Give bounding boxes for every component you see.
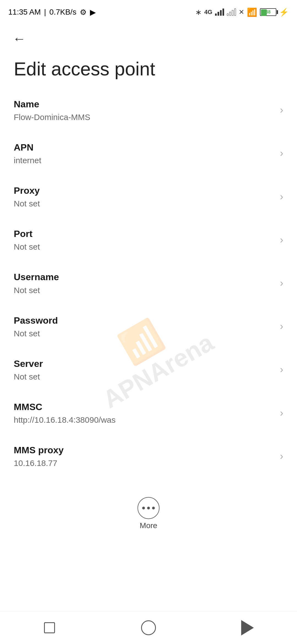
settings-item-server[interactable]: Server Not set › (0, 348, 297, 391)
settings-item-value: Not set (14, 198, 274, 209)
toolbar: ← (0, 22, 297, 50)
settings-item-mmsc[interactable]: MMSC http://10.16.18.4:38090/was › (0, 391, 297, 435)
nav-home-button[interactable] (138, 617, 160, 639)
settings-item-proxy[interactable]: Proxy Not set › (0, 175, 297, 218)
network-4g-label: 4G (204, 9, 212, 16)
settings-item-label: MMSC (14, 401, 274, 413)
back-arrow-icon: ← (13, 31, 26, 46)
video-icon: ▶ (90, 8, 96, 17)
more-circle-icon (138, 497, 160, 519)
status-right: ∗ 4G ✕ 📶 38 ⚡ (195, 7, 289, 17)
nav-bar (0, 611, 297, 644)
status-bar: 11:35 AM | 0.7KB/s ⚙ ▶ ∗ 4G ✕ 📶 38 (0, 0, 297, 22)
signal-x-icon: ✕ (239, 8, 244, 16)
settings-item-content: Password Not set (14, 314, 274, 339)
more-dots (142, 507, 155, 509)
settings-item-username[interactable]: Username Not set › (0, 261, 297, 305)
time-display: 11:35 AM (8, 8, 41, 17)
settings-item-content: Proxy Not set (14, 184, 274, 209)
settings-item-name[interactable]: Name Flow-Dominica-MMS › (0, 89, 297, 132)
settings-item-mms-proxy[interactable]: MMS proxy 10.16.18.77 › (0, 435, 297, 478)
settings-item-value: Not set (14, 371, 274, 382)
more-label: More (140, 521, 157, 530)
chevron-right-icon: › (280, 451, 283, 462)
chevron-right-icon: › (280, 321, 283, 332)
settings-item-label: Port (14, 228, 274, 240)
settings-item-value: Flow-Dominica-MMS (14, 112, 274, 122)
settings-item-content: Port Not set (14, 228, 274, 252)
battery-level: 38 (266, 10, 271, 15)
more-section: More (0, 486, 297, 536)
dot-3 (152, 507, 155, 509)
nav-recents-button[interactable] (38, 617, 61, 639)
chevron-right-icon: › (280, 364, 283, 375)
settings-item-content: Server Not set (14, 358, 274, 382)
separator: | (44, 8, 46, 17)
settings-item-value: internet (14, 155, 274, 166)
more-button[interactable]: More (138, 497, 160, 530)
page-title: Edit access point (0, 50, 297, 86)
settings-item-value: http://10.16.18.4:38090/was (14, 414, 274, 425)
settings-item-content: Username Not set (14, 271, 274, 295)
speed-display: 0.7KB/s (50, 8, 76, 17)
status-left: 11:35 AM | 0.7KB/s ⚙ ▶ (8, 8, 96, 17)
settings-item-label: Password (14, 314, 274, 326)
charging-icon: ⚡ (279, 8, 289, 17)
settings-item-content: MMS proxy 10.16.18.77 (14, 444, 274, 468)
back-icon (241, 620, 254, 635)
bluetooth-icon: ∗ (195, 8, 202, 17)
battery-indicator: 38 (260, 8, 276, 16)
settings-item-label: Username (14, 271, 274, 283)
settings-item-label: Server (14, 358, 274, 370)
settings-item-label: Proxy (14, 184, 274, 197)
settings-item-value: Not set (14, 285, 274, 296)
settings-list: Name Flow-Dominica-MMS › APN internet › … (0, 86, 297, 481)
settings-item-content: APN internet (14, 141, 274, 166)
settings-item-value: Not set (14, 241, 274, 252)
recents-icon (44, 622, 55, 633)
settings-item-port[interactable]: Port Not set › (0, 218, 297, 261)
settings-item-label: Name (14, 98, 274, 110)
signal-bars-2 (227, 9, 236, 16)
nav-back-button[interactable] (237, 617, 258, 639)
settings-icon: ⚙ (80, 8, 87, 17)
signal-bars-1 (215, 9, 224, 16)
back-button[interactable]: ← (11, 30, 28, 47)
settings-item-value: Not set (14, 328, 274, 339)
chevron-right-icon: › (280, 148, 283, 159)
home-icon (141, 620, 156, 635)
settings-item-label: APN (14, 141, 274, 153)
chevron-right-icon: › (280, 191, 283, 203)
settings-item-value: 10.16.18.77 (14, 458, 274, 468)
dot-2 (147, 507, 150, 509)
chevron-right-icon: › (280, 407, 283, 419)
settings-item-password[interactable]: Password Not set › (0, 305, 297, 348)
dot-1 (142, 507, 145, 509)
settings-item-label: MMS proxy (14, 444, 274, 456)
settings-item-content: MMSC http://10.16.18.4:38090/was (14, 401, 274, 425)
wifi-icon: 📶 (247, 7, 257, 17)
settings-item-content: Name Flow-Dominica-MMS (14, 98, 274, 122)
chevron-right-icon: › (280, 234, 283, 246)
chevron-right-icon: › (280, 104, 283, 116)
chevron-right-icon: › (280, 277, 283, 289)
settings-item-apn[interactable]: APN internet › (0, 132, 297, 175)
